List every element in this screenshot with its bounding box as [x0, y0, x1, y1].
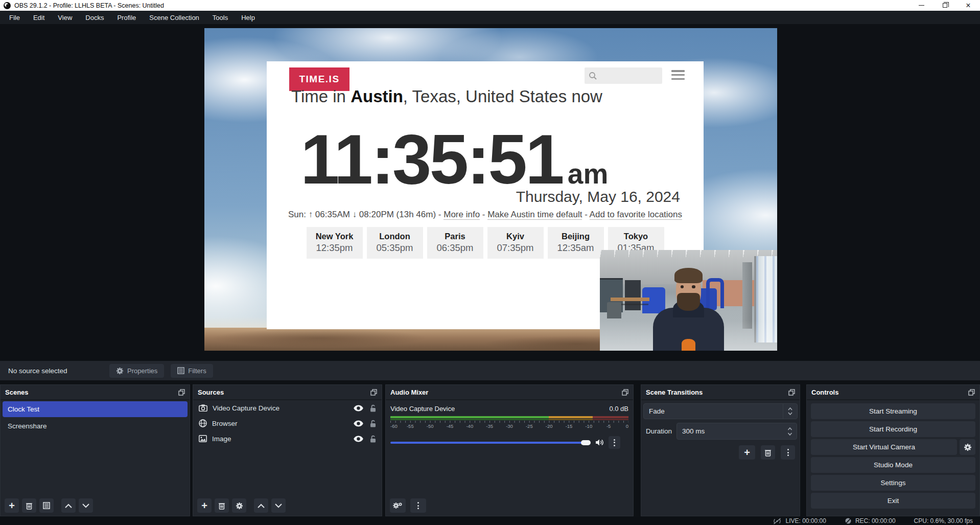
scenes-panel: Scenes Clock Test Screenshare + [0, 384, 190, 516]
menu-tools[interactable]: Tools [206, 11, 235, 24]
person-eye-right [692, 285, 695, 288]
mixer-channel-menu-button[interactable] [609, 436, 620, 449]
source-row-video-capture[interactable]: Video Capture Device [193, 400, 382, 416]
scene-item-screenshare[interactable]: Screenshare [3, 418, 188, 434]
menu-view[interactable]: View [51, 11, 79, 24]
person-hair [674, 268, 703, 283]
menu-profile[interactable]: Profile [110, 11, 143, 24]
move-source-down-button[interactable] [271, 498, 286, 513]
trash-icon [26, 502, 33, 510]
double-gear-icon [393, 502, 403, 510]
close-button[interactable]: × [956, 0, 980, 11]
duration-value: 300 ms [677, 427, 783, 435]
city-card-london: London05:35pm [367, 227, 423, 259]
mixer-menu-button[interactable] [410, 498, 426, 513]
virtual-camera-settings-button[interactable] [960, 439, 975, 455]
start-recording-button[interactable]: Start Recording [811, 421, 975, 437]
globe-icon [199, 419, 207, 427]
person-beard [677, 293, 699, 311]
add-scene-button[interactable]: + [5, 498, 19, 513]
preview-workspace: TIME.IS Time in Austin, Texas, United St… [0, 24, 980, 361]
popout-icon[interactable] [178, 389, 185, 396]
menu-docks[interactable]: Docks [79, 11, 110, 24]
scene-transitions-header[interactable]: Scene Transitions [641, 385, 800, 400]
exit-button[interactable]: Exit [811, 493, 975, 509]
controls-panel-header[interactable]: Controls [807, 385, 979, 400]
popout-icon[interactable] [968, 389, 975, 396]
source-selection-status: No source selected [8, 367, 109, 375]
trash-icon [218, 502, 225, 510]
sources-panel-header[interactable]: Sources [193, 385, 382, 400]
move-scene-up-button[interactable] [61, 498, 76, 513]
settings-button[interactable]: Settings [811, 475, 975, 491]
start-virtual-camera-button[interactable]: Start Virtual Camera [811, 439, 957, 455]
start-streaming-button[interactable]: Start Streaming [811, 403, 975, 419]
menu-scene-collection[interactable]: Scene Collection [143, 11, 206, 24]
speaker-icon[interactable] [595, 439, 604, 446]
remove-transition-button[interactable] [761, 445, 775, 460]
favorite-locations-link: Add to favorite locations [590, 210, 682, 220]
menu-help[interactable]: Help [235, 11, 262, 24]
webcam-person [653, 268, 724, 351]
webcam-table [611, 298, 649, 302]
video-capture-source-webcam[interactable] [600, 250, 777, 351]
camera-icon [199, 404, 207, 412]
cpu-fps-status: CPU: 0.6%, 30.00 fps [914, 517, 973, 524]
city-card-paris: Paris06:35pm [427, 227, 483, 259]
audio-mixer-panel: Audio Mixer Video Capture Device 0.0 dB … [385, 384, 634, 516]
lock-open-icon[interactable] [370, 404, 376, 412]
scene-transitions-panel: Scene Transitions Fade Duration 300 ms [641, 384, 800, 516]
add-transition-button[interactable]: + [739, 445, 755, 460]
volume-slider[interactable] [390, 440, 591, 446]
mixer-level-db: 0.0 dB [609, 405, 628, 413]
source-row-browser[interactable]: Browser [193, 416, 382, 431]
add-source-button[interactable]: + [197, 498, 212, 513]
move-scene-down-button[interactable] [79, 498, 93, 513]
webcam-office-door [625, 280, 641, 310]
stream-inactive-icon [773, 518, 782, 524]
minimize-button[interactable] [909, 0, 933, 11]
menu-edit[interactable]: Edit [27, 11, 51, 24]
duration-spinbox[interactable]: 300 ms [676, 423, 797, 440]
lock-open-icon[interactable] [370, 420, 376, 427]
dock-area: Scenes Clock Test Screenshare + Sources … [0, 384, 980, 516]
clock-digits: 11:35:51 [300, 124, 563, 194]
remove-source-button[interactable] [215, 498, 229, 513]
gear-icon [236, 502, 243, 510]
rec-status: REC: 00:00:00 [845, 517, 896, 524]
scene-item-clock-test[interactable]: Clock Test [3, 401, 188, 417]
move-source-up-button[interactable] [254, 498, 268, 513]
scene-filters-button[interactable] [39, 498, 54, 513]
popout-icon[interactable] [622, 389, 628, 396]
studio-mode-button[interactable]: Studio Mode [811, 457, 975, 473]
filters-button[interactable]: Filters [171, 364, 213, 378]
spin-up-icon[interactable] [787, 427, 792, 430]
lock-open-icon[interactable] [370, 435, 376, 443]
timeis-sun-line: Sun: ↑ 06:35AM ↓ 08:20PM (13h 46m) - Mor… [267, 210, 704, 220]
audio-mixer-header[interactable]: Audio Mixer [386, 385, 633, 400]
source-properties-button[interactable] [232, 498, 246, 513]
restore-button[interactable] [933, 0, 956, 11]
volume-meter-bar [390, 416, 628, 418]
spin-down-icon[interactable] [787, 432, 792, 436]
menu-file[interactable]: File [3, 11, 27, 24]
visibility-eye-icon[interactable] [354, 420, 363, 427]
remove-scene-button[interactable] [22, 498, 36, 513]
preview-canvas[interactable]: TIME.IS Time in Austin, Texas, United St… [204, 28, 777, 351]
scenes-panel-header[interactable]: Scenes [1, 385, 190, 400]
source-row-image[interactable]: Image [193, 431, 382, 446]
popout-icon[interactable] [788, 389, 795, 396]
live-status: LIVE: 00:00:00 [773, 517, 826, 524]
visibility-eye-icon[interactable] [354, 405, 363, 412]
visibility-eye-icon[interactable] [354, 436, 363, 442]
properties-button[interactable]: Properties [109, 364, 164, 378]
volume-slider-handle[interactable] [581, 440, 591, 445]
advanced-audio-properties-button[interactable] [390, 498, 406, 513]
popout-icon[interactable] [370, 389, 377, 396]
plus-icon: + [9, 500, 15, 511]
transition-select[interactable]: Fade [643, 403, 798, 419]
transition-menu-button[interactable] [781, 445, 795, 460]
timeis-date: Thursday, May 16, 2024 [516, 188, 680, 206]
city-card-kyiv: Kyiv07:35pm [487, 227, 544, 259]
gear-icon [116, 367, 124, 375]
